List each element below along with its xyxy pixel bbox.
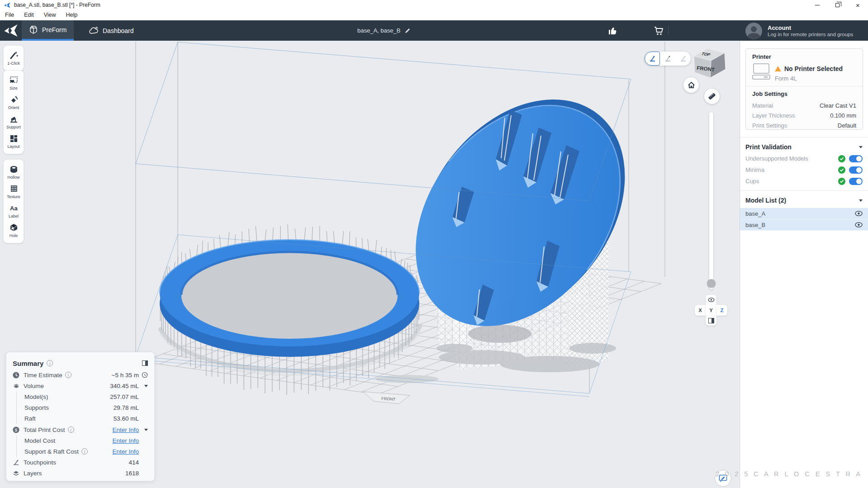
total-cost-enter-info-link[interactable]: Enter Info [112,426,139,433]
layer-slider-track[interactable] [709,112,713,289]
axis-y-button[interactable]: Y [706,305,716,316]
support-mode-selected[interactable] [645,52,660,66]
setting-layer-thickness: Layer Thickness0.100 mm [752,110,856,120]
check-circle-icon [838,178,845,185]
dashboard-cloud-icon [89,27,99,35]
info-icon[interactable]: i [68,426,74,433]
support-cost-label: Support & Raft Cost [24,448,79,455]
layers-icon [13,470,19,477]
support-mode-3[interactable] [675,52,691,66]
expand-caret-icon[interactable] [144,385,148,387]
menu-bar: File Edit View Help [0,10,868,20]
summary-row-layers: Layers 1618 [13,468,148,479]
tool-hole[interactable]: Hole [4,221,24,240]
layers-label: Layers [24,470,42,477]
tool-one-click-label: 1-Click [7,61,20,66]
model-name: base_B [745,222,765,228]
info-icon[interactable]: i [65,372,71,378]
restore-button[interactable] [827,0,848,10]
warning-triangle-icon [775,66,781,71]
menu-file[interactable]: File [0,12,19,18]
model-row-base-b[interactable]: base_B [740,219,868,231]
print-validation-header[interactable]: Print Validation [745,141,863,153]
total-cost-label: Total Print Cost [24,426,65,433]
minimize-button[interactable] [807,0,827,10]
tool-texture[interactable]: Texture [4,182,24,201]
collapse-panel-icon[interactable] [142,360,148,366]
hole-icon [9,223,19,232]
visibility-eye-icon[interactable] [855,222,863,227]
thumbs-up-icon[interactable] [607,25,618,36]
axis-z-button[interactable]: Z [716,305,727,316]
expand-caret-icon[interactable] [144,429,148,431]
tool-hollow[interactable]: Hollow [4,162,24,182]
home-view-button[interactable] [683,77,699,93]
feedback-chat-button[interactable] [715,470,731,487]
printer-section-title: Printer [752,53,856,60]
tool-size-label: Size [9,86,18,90]
model-base-a-ring[interactable] [160,240,419,357]
svg-text:Aa: Aa [10,205,18,212]
tool-label[interactable]: Aa Label [4,201,24,221]
info-icon[interactable]: i [47,360,53,366]
check-circle-icon [838,155,845,162]
model-cost-enter-info-link[interactable]: Enter Info [112,437,139,444]
collapse-caret-icon [859,146,863,148]
toolbar-group-oneclick: 1-Click [3,45,24,71]
tool-layout[interactable]: Layout [4,132,24,151]
refresh-clock-icon[interactable] [142,372,148,378]
toggle-undersupported[interactable] [849,155,863,162]
raft-value: 53.60 mL [114,415,139,422]
setting-print-settings: Print SettingsDefault [752,120,856,130]
axis-x-label: X [698,308,702,313]
printer-icon [752,63,771,80]
volume-value: 340.45 mL [110,383,139,389]
measure-tool-button[interactable] [704,89,720,104]
tool-support-label: Support [6,125,21,129]
axis-section-button[interactable] [706,316,716,326]
info-icon[interactable]: i [81,448,88,455]
collapse-caret-icon [859,199,863,202]
axis-z-label: Z [720,308,723,313]
toggle-minima[interactable] [849,166,863,174]
summary-row-time: Time Estimate i ~5 h 35 m [13,370,148,380]
edit-pencil-icon[interactable] [404,28,411,34]
touchpoint-icon [664,55,672,62]
right-sidebar: Printer No Printer Selected Form 4L Job … [740,41,868,488]
layer-slider-thumb[interactable] [707,279,716,288]
menu-view[interactable]: View [39,12,61,18]
touchpoint-icon [649,55,656,62]
support-mode-2[interactable] [660,52,675,66]
volume-icon [13,383,20,389]
window-title: base_A.stl, base_B.stl [*] - PreForm [14,2,100,8]
view-cube[interactable]: TOP FRONT [689,45,728,81]
model-row-base-a[interactable]: base_A [740,208,868,219]
menu-help[interactable]: Help [61,12,83,18]
menu-edit[interactable]: Edit [19,12,39,18]
summary-row-models: Model(s) 257.07 mL [24,391,148,402]
tool-hole-label: Hole [9,233,18,238]
tool-one-click[interactable]: 1-Click [4,48,24,68]
tool-texture-label: Texture [7,194,20,199]
clock-icon [13,372,19,379]
axis-x-button[interactable]: X [695,305,706,316]
print-validation-section: Print Validation Undersupported Models M… [745,141,863,187]
job-settings-title: Job Settings [752,90,787,97]
cost-subrows: Model Cost Enter Info Support & Raft Cos… [16,435,148,457]
support-cost-enter-info-link[interactable]: Enter Info [112,448,139,455]
tool-size[interactable]: Size [4,73,24,93]
summary-title: Summary [13,360,43,367]
model-list-header[interactable]: Model List (2) [745,194,863,206]
tab-dashboard[interactable]: Dashboard [81,20,141,41]
account-section[interactable]: Account Log in for remote printers and g… [745,21,853,41]
printer-card[interactable]: Printer No Printer Selected Form 4L Job … [745,48,863,130]
tab-preform[interactable]: PreForm [22,20,74,41]
close-button[interactable]: × [848,0,868,10]
tool-support[interactable]: Support [4,112,24,132]
toggle-cups[interactable] [849,178,863,185]
tool-orient[interactable]: Orient [4,93,24,112]
cart-icon[interactable] [653,25,664,36]
setting-material: MaterialClear Cast V1 [752,100,856,110]
visibility-eye-icon[interactable] [855,211,863,216]
axis-eye-button[interactable] [706,295,716,305]
